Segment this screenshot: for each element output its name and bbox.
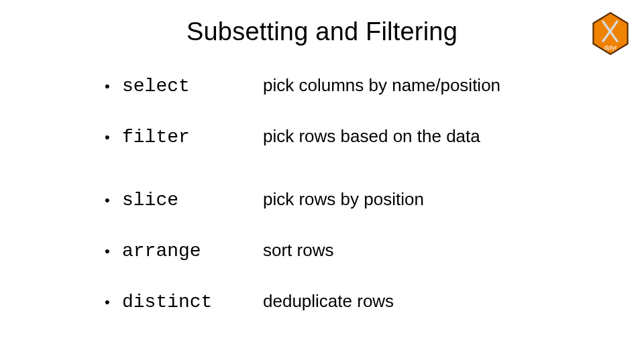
bullet-icon: •	[105, 130, 122, 145]
function-description: pick columns by name/position	[263, 75, 500, 96]
function-name: filter	[122, 127, 263, 147]
slide: Subsetting and Filtering dplyr • select …	[0, 0, 644, 362]
function-name: distinct	[122, 292, 263, 312]
svg-point-1	[608, 29, 612, 34]
function-description: deduplicate rows	[263, 291, 394, 312]
list-item: • distinct deduplicate rows	[105, 291, 588, 312]
bullet-icon: •	[105, 79, 122, 94]
function-name: slice	[122, 190, 263, 210]
function-description: sort rows	[263, 240, 333, 261]
dplyr-hex-logo: dplyr	[592, 12, 629, 55]
function-description: pick rows by position	[263, 189, 424, 210]
bullet-icon: •	[105, 244, 122, 259]
logo-label: dplyr	[604, 44, 616, 51]
list-item: • slice pick rows by position	[105, 189, 588, 210]
function-name: arrange	[122, 241, 263, 261]
list-item: • filter pick rows based on the data	[105, 126, 588, 147]
list-item: • arrange sort rows	[105, 240, 588, 261]
bullet-icon: •	[105, 193, 122, 208]
function-list: • select pick columns by name/position •…	[105, 75, 588, 342]
function-description: pick rows based on the data	[263, 126, 480, 147]
function-name: select	[122, 76, 263, 97]
bullet-icon: •	[105, 295, 122, 310]
hex-sticker-icon: dplyr	[592, 12, 629, 55]
slide-title: Subsetting and Filtering	[0, 17, 644, 46]
list-item: • select pick columns by name/position	[105, 75, 588, 97]
